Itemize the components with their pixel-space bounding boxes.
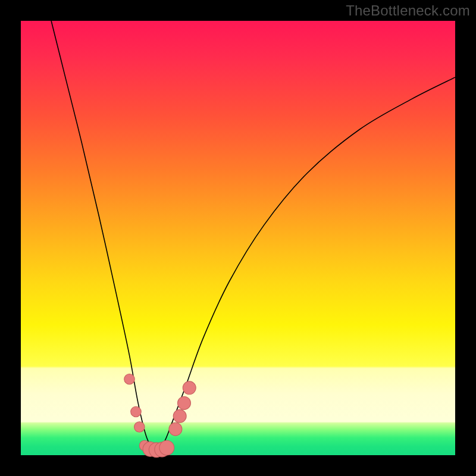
- curve-marker: [131, 406, 142, 417]
- curve-marker: [178, 396, 191, 409]
- chart-frame: TheBottleneck.com: [0, 0, 476, 476]
- curve-marker: [124, 374, 135, 384]
- watermark-text: TheBottleneck.com: [346, 2, 470, 19]
- curve-marker: [169, 422, 182, 436]
- curve-marker: [134, 422, 145, 433]
- plot-area: [21, 21, 455, 455]
- curve-marker: [183, 381, 196, 394]
- curve-layer: [21, 21, 455, 455]
- curve-marker: [159, 440, 174, 455]
- bottleneck-curve: [51, 21, 455, 451]
- curve-marker: [173, 409, 186, 422]
